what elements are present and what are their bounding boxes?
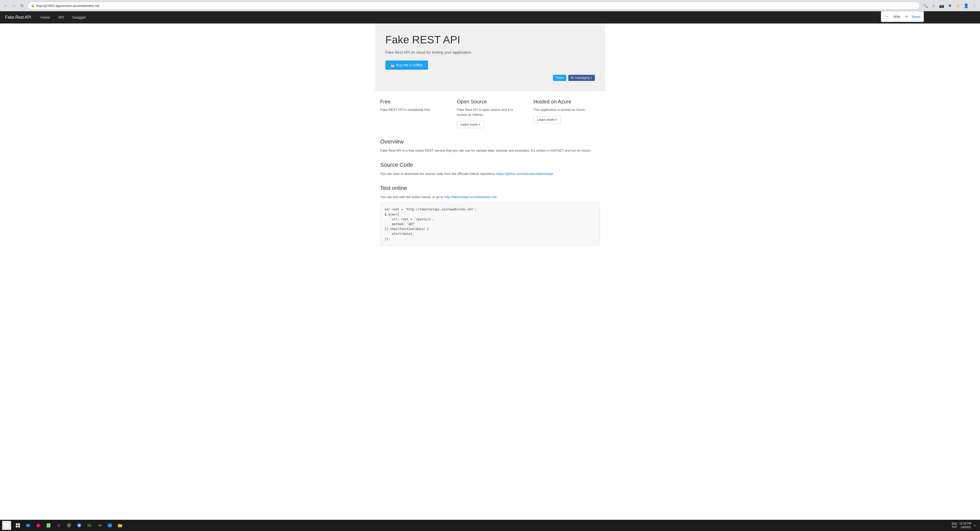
zoom-value: 80% (892, 15, 902, 19)
back-button[interactable]: ← (2, 2, 9, 9)
test-online-text: You can test with the button below, or g… (380, 194, 600, 200)
svg-rect-3 (18, 526, 20, 528)
taskbar-slack[interactable]: # (54, 521, 63, 530)
taskbar-time: 12:16 PM (959, 521, 971, 525)
svg-text:>_: >_ (88, 524, 91, 527)
zoom-increase-button[interactable]: + (904, 14, 910, 20)
svg-rect-2 (16, 526, 18, 528)
screenshot-button[interactable]: 📷 (938, 2, 945, 9)
taskbar-notepad[interactable] (44, 521, 53, 530)
menu-button[interactable]: ⋮ (971, 2, 978, 9)
hero-subtitle: Fake Rest API on cloud for testing your … (385, 50, 595, 54)
overview-text: Fake Rest API is a free online REST serv… (380, 148, 600, 153)
buy-coffee-label: Buy Me a Coffee (396, 63, 423, 67)
hero-title: Fake REST API (385, 34, 595, 46)
source-code-text-before: You can view or download the source code… (380, 172, 496, 176)
test-online-section: Test online You can test with the button… (380, 185, 600, 246)
svg-text:#: # (58, 525, 59, 527)
taskbar-task-view[interactable] (13, 521, 22, 530)
svg-text:CMD: CMD (98, 525, 102, 527)
browser-actions: 🔍 ☆ 📷 ■ ⚡ 👤 ⋮ (922, 2, 978, 9)
feature-opensource-desc: Fake Rest API is open source and it is h… (457, 107, 523, 117)
taskbar-cmd[interactable]: CMD (95, 521, 104, 530)
svg-point-16 (78, 525, 80, 526)
page-inner: Fake REST API Fake Rest API on cloud for… (375, 24, 605, 262)
svg-text:R: R (38, 525, 39, 527)
nav-buttons: ← → ↻ (2, 2, 25, 9)
main-content: Free Fake REST API is completely free. O… (375, 91, 605, 262)
taskbar-clock: 12:16 PM 1/4/2021 (959, 521, 971, 529)
taskbar: ⊞ O R # >_ CMD VS (0, 520, 980, 531)
url-text: finproj21952-appservice.azurewebsites.ne… (36, 4, 99, 8)
reload-button[interactable]: ↻ (18, 2, 25, 9)
browser-chrome: ← → ↻ 🔒 finproj21952-appservice.azureweb… (0, 0, 980, 11)
feature-azure-desc: This application is hosted on Azure. (533, 107, 600, 112)
source-code-section: Source Code You can view or download the… (380, 162, 600, 176)
address-bar[interactable]: 🔒 finproj21952-appservice.azurewebsites.… (28, 2, 920, 10)
zoom-popup: − 80% + Reset (881, 11, 924, 22)
feature-free: Free Fake REST API is completely free. (380, 99, 447, 128)
bookmark-button[interactable]: ☆ (930, 2, 937, 9)
azure-learn-more-button[interactable]: Learn more » (533, 116, 561, 123)
taskbar-date: 1/4/2021 (959, 525, 971, 529)
feature-free-desc: Fake REST API is completely free. (380, 107, 447, 112)
features-row: Free Fake REST API is completely free. O… (380, 99, 600, 128)
page-wrapper: Fake REST API Fake Rest API on cloud for… (0, 24, 980, 531)
taskbar-vscode[interactable]: VS (105, 521, 115, 530)
buy-coffee-button[interactable]: ☕ Buy Me a Coffee (385, 60, 428, 70)
test-online-link[interactable]: http://fakerestapi.azurewebsites.net (444, 195, 497, 199)
overview-section: Overview Fake Rest API is a free online … (380, 138, 600, 153)
coffee-icon: ☕ (391, 63, 395, 67)
forward-button[interactable]: → (10, 2, 18, 9)
taskbar-rider[interactable]: R (34, 521, 43, 530)
search-icon-button[interactable]: 🔍 (922, 2, 929, 9)
test-online-title: Test online (380, 185, 600, 191)
social-buttons: Tweet fb: Udostępnij 1 (385, 75, 595, 81)
svg-text:VS: VS (108, 525, 111, 527)
svg-text:O: O (27, 525, 29, 527)
taskbar-appicon[interactable] (64, 521, 73, 530)
tweet-button[interactable]: Tweet (553, 75, 566, 81)
overview-title: Overview (380, 138, 600, 145)
start-button[interactable]: ⊞ (2, 521, 11, 530)
nav-home[interactable]: Home (36, 12, 54, 23)
feature-opensource-title: Open Source (457, 99, 523, 105)
zoom-decrease-button[interactable]: − (884, 14, 890, 20)
svg-point-14 (67, 523, 71, 528)
opensource-learn-more-button[interactable]: Learn more » (457, 121, 484, 128)
taskbar-right: ENGPLP 12:16 PM 1/4/2021 ▭ (951, 521, 978, 529)
taskbar-lang: ENGPLP (951, 522, 957, 529)
test-online-text-before: You can test with the button below, or g… (380, 195, 444, 199)
lock-icon: 🔒 (31, 4, 35, 7)
nav-api[interactable]: API (54, 12, 68, 23)
feature-opensource: Open Source Fake Rest API is open source… (457, 99, 523, 128)
svg-rect-24 (118, 524, 120, 525)
nav-swagger[interactable]: Swagger (68, 12, 90, 23)
source-code-link[interactable]: https://github.com/kasuken/fakerestapi. (496, 172, 554, 176)
theme-button[interactable]: ■ (946, 2, 953, 9)
source-code-title: Source Code (380, 162, 600, 168)
svg-rect-0 (16, 523, 18, 525)
extensions-button[interactable]: ⚡ (955, 2, 962, 9)
taskbar-outlook[interactable]: O (24, 521, 33, 530)
feature-azure: Hosted on Azure This application is host… (533, 99, 600, 128)
hero-section: Fake REST API Fake Rest API on cloud for… (375, 24, 605, 91)
source-code-text: You can view or download the source code… (380, 171, 600, 176)
zoom-reset-button[interactable]: Reset (912, 15, 921, 19)
taskbar-terminal[interactable]: >_ (85, 521, 94, 530)
navbar-brand: Fake Rest API (5, 15, 31, 20)
notification-icon: ▭ (974, 524, 976, 527)
code-block: var root = 'http://fakerestapi.azurewebs… (380, 203, 600, 246)
navbar: Fake Rest API Home API Swagger (0, 11, 980, 24)
feature-free-title: Free (380, 99, 447, 105)
svg-rect-1 (18, 523, 20, 525)
taskbar-chrome[interactable] (75, 521, 84, 530)
taskbar-explorer[interactable] (115, 521, 125, 530)
profile-button[interactable]: 👤 (963, 2, 970, 9)
navbar-links: Home API Swagger (36, 12, 90, 23)
facebook-button[interactable]: fb: Udostępnij 1 (568, 75, 595, 81)
feature-azure-title: Hosted on Azure (533, 99, 600, 105)
taskbar-items: O R # >_ CMD VS (13, 521, 951, 530)
